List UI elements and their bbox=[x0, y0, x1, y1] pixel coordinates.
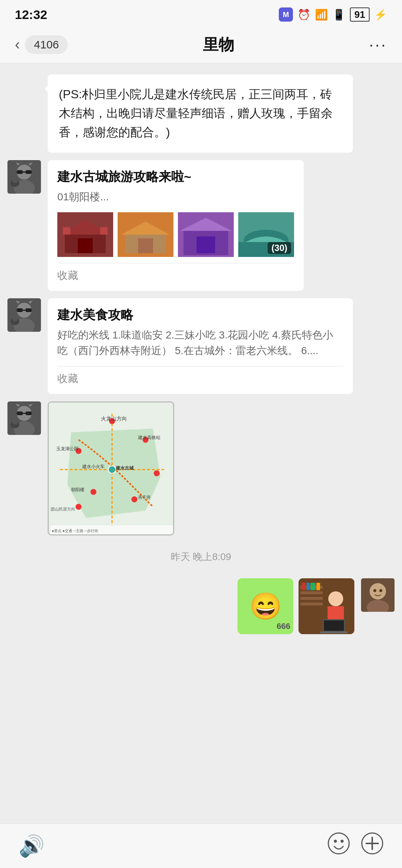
chat-title: 里物 bbox=[68, 34, 369, 55]
svg-rect-80 bbox=[300, 597, 323, 600]
message-row: 火龙山方向 玉龙湖公园 建水高铁站 建水小火车 朝阳楼 建水古城 团山民居方向 … bbox=[7, 401, 395, 535]
article-image bbox=[178, 212, 234, 257]
message-row: 建水古城旅游攻略来啦~ 01朝阳楼... bbox=[7, 160, 395, 291]
article-desc: 01朝阳楼... bbox=[57, 189, 294, 205]
svg-rect-33 bbox=[26, 308, 32, 312]
svg-text:建水高铁站: 建水高铁站 bbox=[138, 435, 160, 440]
svg-point-72 bbox=[370, 583, 386, 600]
bottom-bar: 🔊 bbox=[0, 823, 402, 868]
svg-point-59 bbox=[76, 504, 82, 510]
chat-area: (PS:朴归里小院儿是建水传统民居，正三间两耳，砖木结构，出晚归请尽量轻声细语，… bbox=[0, 63, 402, 823]
charging-icon: ⚡ bbox=[374, 9, 387, 21]
svg-rect-89 bbox=[324, 620, 344, 631]
svg-text:朝阳楼: 朝阳楼 bbox=[71, 487, 84, 492]
svg-rect-85 bbox=[316, 583, 320, 590]
svg-rect-79 bbox=[300, 591, 323, 594]
message-row: 建水美食攻略 好吃的米线 1.味道临安 2.三妹小吃 3.花园小吃 4.蔡氏特色… bbox=[7, 298, 395, 394]
article-title: 建水美食攻略 bbox=[57, 306, 343, 324]
add-button[interactable] bbox=[361, 832, 383, 859]
svg-point-74 bbox=[373, 589, 376, 592]
collect-button[interactable]: 收藏 bbox=[57, 268, 294, 283]
svg-point-56 bbox=[108, 466, 116, 473]
svg-rect-25 bbox=[178, 212, 234, 257]
avatar bbox=[7, 160, 41, 194]
member-count-badge: 4106 bbox=[25, 35, 68, 54]
article-image bbox=[57, 212, 113, 257]
text-bubble: (PS:朴归里小院儿是建水传统民居，正三间两耳，砖木结构，出晚归请尽量轻声细语，… bbox=[48, 74, 353, 153]
svg-text:团山民居方向: 团山民居方向 bbox=[51, 507, 75, 511]
svg-rect-15 bbox=[100, 227, 108, 235]
alarm-icon: ⏰ bbox=[297, 9, 310, 21]
divider bbox=[57, 263, 294, 263]
signal-icon: 📱 bbox=[332, 9, 345, 21]
svg-rect-32 bbox=[17, 308, 23, 312]
article-image-last: (30) bbox=[238, 212, 294, 257]
header-left: ‹ 4106 bbox=[15, 35, 68, 54]
article-images: (30) bbox=[57, 212, 294, 257]
avatar bbox=[7, 401, 41, 435]
avatar bbox=[361, 578, 395, 612]
svg-rect-83 bbox=[307, 583, 310, 590]
timestamp: 昨天 晚上8:09 bbox=[7, 550, 395, 563]
svg-point-93 bbox=[341, 840, 344, 843]
svg-rect-82 bbox=[302, 583, 306, 590]
avatar bbox=[7, 298, 41, 332]
article-desc: 好吃的米线 1.味道临安 2.三妹小吃 3.花园小吃 4.蔡氏特色小吃（西门外西… bbox=[57, 327, 343, 359]
svg-text:建水小火车: 建水小火车 bbox=[82, 464, 105, 469]
svg-point-86 bbox=[328, 591, 343, 606]
back-button[interactable]: ‹ bbox=[15, 36, 20, 53]
battery-icon: 91 bbox=[350, 9, 370, 20]
message-row-right: 😄 666 bbox=[7, 578, 395, 634]
svg-rect-43 bbox=[26, 411, 32, 415]
status-time: 12:32 bbox=[15, 7, 47, 22]
svg-point-58 bbox=[131, 496, 137, 502]
svg-rect-42 bbox=[17, 411, 23, 415]
emoji-button[interactable] bbox=[328, 832, 350, 859]
svg-point-57 bbox=[90, 489, 96, 495]
message-row: (PS:朴归里小院儿是建水传统民居，正三间两耳，砖木结构，出晚归请尽量轻声细语，… bbox=[7, 74, 395, 153]
voice-button[interactable]: 🔊 bbox=[19, 834, 45, 858]
svg-point-60 bbox=[154, 470, 160, 476]
right-message-content: 😄 666 bbox=[237, 578, 354, 634]
article-card[interactable]: 建水美食攻略 好吃的米线 1.味道临安 2.三妹小吃 3.花园小吃 4.蔡氏特色… bbox=[48, 298, 353, 394]
svg-text:●景点 ●交通 ─主路 ─步行街: ●景点 ●交通 ─主路 ─步行街 bbox=[52, 529, 98, 533]
svg-point-91 bbox=[328, 833, 349, 854]
svg-text:建水古城: 建水古城 bbox=[115, 465, 134, 471]
svg-point-48 bbox=[12, 419, 17, 425]
divider bbox=[57, 366, 343, 366]
more-button[interactable]: ··· bbox=[369, 35, 387, 54]
article-card[interactable]: 建水古城旅游攻略来啦~ 01朝阳楼... bbox=[48, 160, 304, 291]
mi-icon: M bbox=[279, 7, 293, 22]
svg-text:火龙山方向: 火龙山方向 bbox=[101, 416, 127, 422]
svg-rect-13 bbox=[78, 238, 93, 253]
collect-button[interactable]: 收藏 bbox=[57, 372, 343, 386]
image-count: (30) bbox=[268, 242, 291, 254]
svg-text:玉龙湖公园: 玉龙湖公园 bbox=[56, 446, 79, 451]
article-title: 建水古城旅游攻略来啦~ bbox=[57, 168, 294, 185]
svg-rect-3 bbox=[17, 170, 23, 174]
svg-rect-20 bbox=[118, 212, 173, 257]
svg-point-92 bbox=[334, 840, 337, 843]
photo-message bbox=[299, 578, 354, 634]
svg-rect-14 bbox=[63, 227, 70, 235]
svg-rect-90 bbox=[320, 632, 348, 633]
svg-point-75 bbox=[379, 589, 382, 592]
svg-point-38 bbox=[12, 316, 17, 321]
header: ‹ 4106 里物 ··· bbox=[0, 26, 402, 63]
svg-rect-81 bbox=[300, 602, 323, 605]
svg-point-9 bbox=[12, 178, 17, 183]
svg-rect-4 bbox=[26, 170, 32, 174]
status-icons: M ⏰ 📶 📱 91 ⚡ bbox=[279, 7, 387, 22]
svg-text:燕子洞: 燕子洞 bbox=[138, 495, 150, 499]
map-image[interactable]: 火龙山方向 玉龙湖公园 建水高铁站 建水小火车 朝阳楼 建水古城 团山民居方向 … bbox=[48, 401, 174, 535]
status-bar: 12:32 M ⏰ 📶 📱 91 ⚡ bbox=[0, 0, 402, 26]
svg-rect-84 bbox=[310, 583, 316, 590]
emoji-sticker: 😄 666 bbox=[237, 578, 293, 634]
wifi-icon: 📶 bbox=[315, 9, 328, 21]
article-image bbox=[118, 212, 173, 257]
